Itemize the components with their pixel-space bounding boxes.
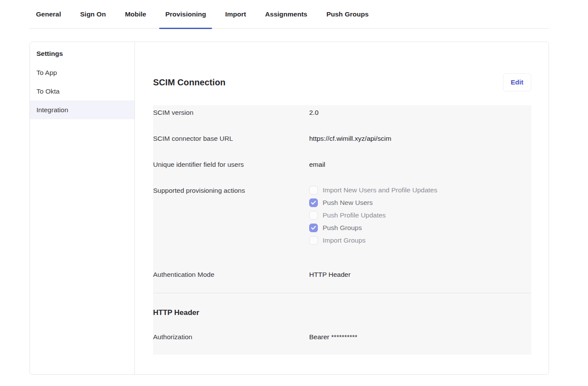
field-label: Authorization [153,333,309,341]
checkbox-item-push-new-users[interactable]: Push New Users [309,198,437,207]
sidebar-item-integration[interactable]: Integration [30,101,134,119]
tab-assignments[interactable]: Assignments [265,0,307,29]
field-value: Bearer ********** [309,333,357,341]
checkbox-label: Push Groups [323,224,362,232]
checkbox-checked-icon[interactable] [309,224,318,232]
sidebar-item-to-okta[interactable]: To Okta [30,82,134,101]
field-value: 2.0 [309,109,319,117]
sidebar-header: Settings [30,44,134,63]
field-row-unique-identifier: Unique identifier field for users email [153,158,531,184]
provisioning-panel: Settings To App To Okta Integration SCIM… [29,42,549,375]
checkbox-unchecked-icon[interactable] [309,236,318,245]
field-row-scim-version: SCIM version 2.0 [153,105,531,132]
field-value: HTTP Header [309,271,350,279]
section-header: SCIM Connection Edit [153,72,531,92]
field-value: https://cf.wimill.xyz/api/scim [309,135,391,143]
field-value: email [309,161,325,169]
provisioning-actions-list: Import New Users and Profile Updates Pus… [309,186,437,248]
checkbox-label: Push Profile Updates [323,211,386,219]
edit-button[interactable]: Edit [503,73,531,91]
tab-import[interactable]: Import [225,0,246,29]
field-row-authorization: Authorization Bearer ********** [153,317,531,355]
checkbox-item-push-groups[interactable]: Push Groups [309,224,437,232]
field-label: SCIM connector base URL [153,135,309,143]
checkbox-item-import-groups[interactable]: Import Groups [309,236,437,245]
checkbox-unchecked-icon[interactable] [309,186,318,195]
sidebar-item-to-app[interactable]: To App [30,63,134,82]
field-label: SCIM version [153,109,309,117]
checkbox-label: Import New Users and Profile Updates [323,186,437,194]
checkbox-label: Push New Users [323,199,372,207]
checkmark-icon [311,226,316,230]
checkmark-icon [311,201,316,205]
http-header-section-title: HTTP Header [153,293,531,317]
field-row-base-url: SCIM connector base URL https://cf.wimil… [153,132,531,158]
field-label: Authentication Mode [153,271,309,279]
checkbox-unchecked-icon[interactable] [309,211,318,220]
field-row-auth-mode: Authentication Mode HTTP Header [153,264,531,293]
checkbox-label: Import Groups [323,237,366,244]
checkbox-item-import-new-users[interactable]: Import New Users and Profile Updates [309,186,437,195]
tab-sign-on[interactable]: Sign On [80,0,106,29]
tab-provisioning[interactable]: Provisioning [165,0,206,29]
settings-sidebar: Settings To App To Okta Integration [30,42,135,374]
field-label: Unique identifier field for users [153,161,309,169]
page-title: SCIM Connection [153,78,225,88]
field-row-provisioning-actions: Supported provisioning actions Import Ne… [153,184,531,264]
checkbox-checked-icon[interactable] [309,198,318,207]
scim-connection-details: SCIM version 2.0 SCIM connector base URL… [153,105,531,355]
tab-push-groups[interactable]: Push Groups [327,0,369,29]
tab-mobile[interactable]: Mobile [125,0,146,29]
app-tab-bar: General Sign On Mobile Provisioning Impo… [29,0,549,29]
main-content: SCIM Connection Edit SCIM version 2.0 SC… [135,42,549,374]
tab-general[interactable]: General [36,0,61,29]
field-label: Supported provisioning actions [153,187,309,195]
checkbox-item-push-profile-updates[interactable]: Push Profile Updates [309,211,437,220]
